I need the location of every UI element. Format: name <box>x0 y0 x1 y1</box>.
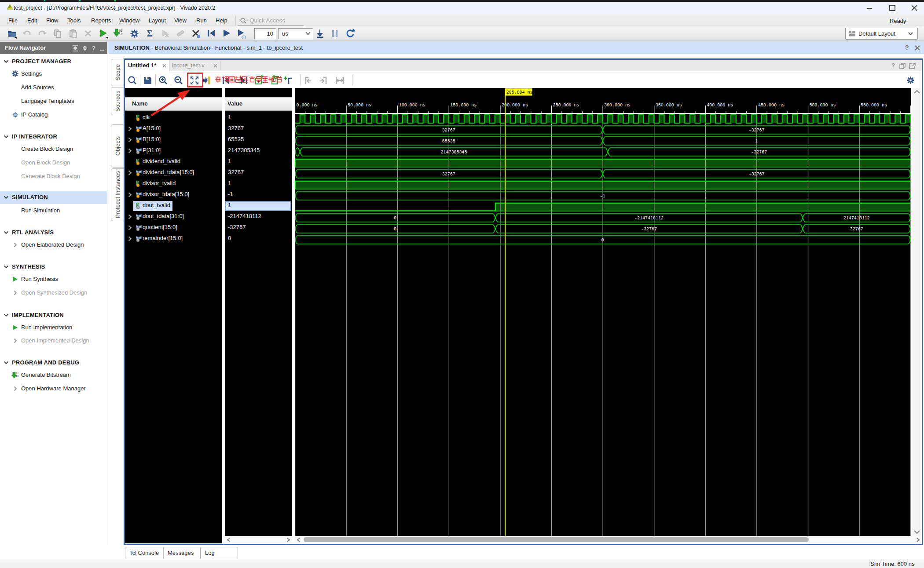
svg-text:50.000 ns: 50.000 ns <box>348 103 371 108</box>
svg-text:550.000 ns: 550.000 ns <box>861 103 887 108</box>
svg-text:01: 01 <box>119 29 122 33</box>
svg-text:450.000 ns: 450.000 ns <box>758 103 785 108</box>
svg-text:-32767: -32767 <box>748 172 764 177</box>
svg-text:1: 1 <box>755 139 758 144</box>
svg-text:0: 0 <box>394 227 396 232</box>
svg-text:-2147418112: -2147418112 <box>634 216 664 221</box>
svg-text:32767: 32767 <box>850 227 863 232</box>
svg-text:300.000 ns: 300.000 ns <box>604 103 631 108</box>
svg-text:2147385345: 2147385345 <box>440 150 467 155</box>
svg-text:65535: 65535 <box>442 139 455 144</box>
svg-text:-32767: -32767 <box>641 227 657 232</box>
svg-text:205.004 ns: 205.004 ns <box>506 90 533 95</box>
svg-text:(T): (T) <box>242 35 246 39</box>
svg-text:Σ: Σ <box>147 28 153 39</box>
svg-text:-1: -1 <box>600 194 605 199</box>
svg-text:?: ? <box>92 45 95 51</box>
svg-text:250.000 ns: 250.000 ns <box>553 103 579 108</box>
svg-text:2147418112: 2147418112 <box>843 216 870 221</box>
svg-text:32767: 32767 <box>442 128 455 133</box>
svg-text:32767: 32767 <box>442 172 455 177</box>
svg-text:150.000 ns: 150.000 ns <box>450 103 477 108</box>
svg-text:400.000 ns: 400.000 ns <box>707 103 733 108</box>
svg-text:500.000 ns: 500.000 ns <box>810 103 836 108</box>
svg-text:0.000 ns: 0.000 ns <box>297 103 318 108</box>
svg-text:350.000 ns: 350.000 ns <box>656 103 682 108</box>
svg-text:-32767: -32767 <box>751 150 767 155</box>
svg-text:0: 0 <box>394 216 396 221</box>
svg-text:-32767: -32767 <box>748 128 764 133</box>
svg-text:10: 10 <box>16 375 19 378</box>
svg-text:100.000 ns: 100.000 ns <box>399 103 425 108</box>
svg-text:0: 0 <box>601 238 604 243</box>
svg-text:10: 10 <box>119 33 122 36</box>
